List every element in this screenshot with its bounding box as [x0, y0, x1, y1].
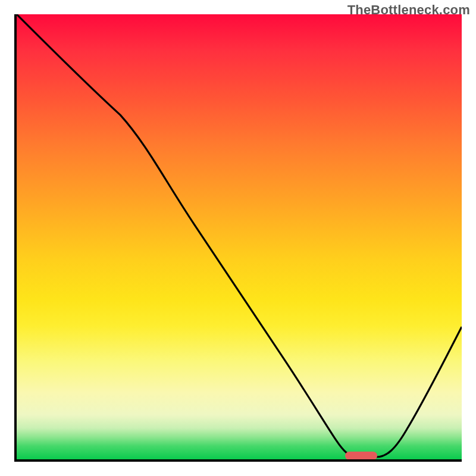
plot-area	[14, 14, 462, 462]
bottleneck-curve-svg	[17, 14, 462, 459]
bottleneck-curve-path	[17, 14, 462, 457]
optimal-range-marker	[345, 452, 377, 460]
bottleneck-chart: TheBottleneck.com	[0, 0, 476, 476]
watermark-label: TheBottleneck.com	[347, 2, 470, 18]
